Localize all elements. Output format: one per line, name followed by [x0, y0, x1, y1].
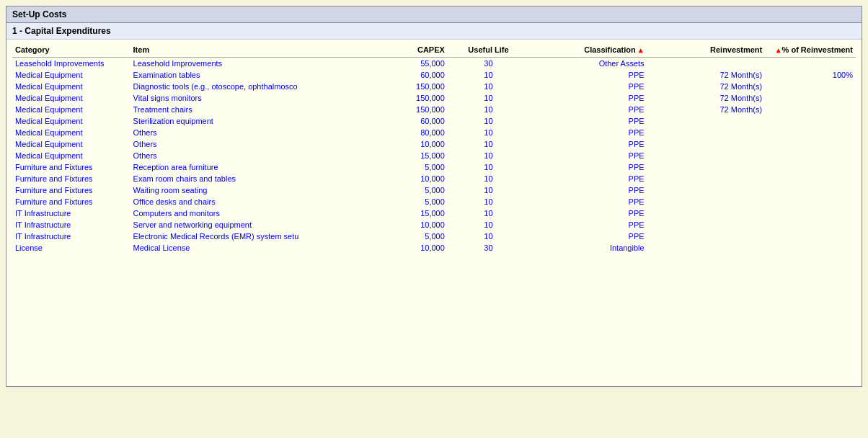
cell-item: Computers and monitors [130, 207, 366, 219]
cell-pct-reinvestment [765, 138, 856, 150]
cell-classification: PPE [529, 196, 647, 207]
capex-table: Category Item CAPEX Useful Life Classifi… [12, 43, 856, 254]
cell-category: Leasehold Improvements [12, 58, 130, 70]
cell-useful-life: 10 [448, 173, 529, 184]
cell-category: IT Infrastructure [12, 207, 130, 219]
cell-item: Exam room chairs and tables [130, 173, 366, 184]
cell-category: Furniture and Fixtures [12, 196, 130, 207]
classification-sort-icon[interactable]: ▲ [637, 46, 645, 54]
col-header-item: Item [130, 43, 366, 58]
cell-reinvestment [647, 184, 766, 196]
cell-capex: 5,000 [366, 196, 448, 207]
cell-category: License [12, 242, 130, 254]
cell-capex: 15,000 [366, 150, 448, 161]
col-header-pct-reinvestment: ▲% of Reinvestment [765, 43, 856, 58]
main-container: Set-Up Costs 1 - Capital Expenditures Ca… [6, 6, 862, 387]
cell-classification: PPE [529, 231, 647, 242]
table-row: Medical EquipmentSterilization equipment… [12, 115, 856, 127]
cell-pct-reinvestment [765, 115, 856, 127]
cell-pct-reinvestment [765, 127, 856, 138]
cell-pct-reinvestment [765, 92, 856, 104]
cell-item: Others [130, 138, 366, 150]
cell-useful-life: 10 [448, 104, 529, 115]
cell-capex: 10,000 [366, 173, 448, 184]
cell-pct-reinvestment [765, 196, 856, 207]
cell-item: Leasehold Improvements [130, 58, 366, 70]
cell-pct-reinvestment [765, 81, 856, 92]
col-header-category: Category [12, 43, 130, 58]
cell-reinvestment: 72 Month(s) [647, 81, 766, 92]
cell-classification: PPE [529, 81, 647, 92]
cell-pct-reinvestment [765, 161, 856, 173]
cell-reinvestment [647, 231, 766, 242]
cell-capex: 5,000 [366, 231, 448, 242]
cell-classification: PPE [529, 219, 647, 231]
cell-pct-reinvestment [765, 231, 856, 242]
cell-pct-reinvestment [765, 104, 856, 115]
table-row: Furniture and FixturesWaiting room seati… [12, 184, 856, 196]
cell-useful-life: 10 [448, 138, 529, 150]
cell-item: Diagnostic tools (e.g., otoscope, ophtha… [130, 81, 366, 92]
cell-useful-life: 10 [448, 115, 529, 127]
table-row: Furniture and FixturesReception area fur… [12, 161, 856, 173]
cell-capex: 150,000 [366, 92, 448, 104]
table-container: Category Item CAPEX Useful Life Classifi… [6, 40, 862, 386]
cell-reinvestment [647, 127, 766, 138]
cell-classification: PPE [529, 127, 647, 138]
empty-space [12, 254, 856, 383]
cell-reinvestment [647, 115, 766, 127]
cell-item: Reception area furniture [130, 161, 366, 173]
cell-pct-reinvestment [765, 58, 856, 70]
cell-useful-life: 10 [448, 92, 529, 104]
cell-classification: PPE [529, 115, 647, 127]
col-header-capex: CAPEX [366, 43, 448, 58]
cell-category: Furniture and Fixtures [12, 161, 130, 173]
table-row: Medical EquipmentOthers10,00010PPE [12, 138, 856, 150]
cell-category: IT Infrastructure [12, 231, 130, 242]
section-header: 1 - Capital Expenditures [6, 23, 862, 40]
cell-category: Medical Equipment [12, 104, 130, 115]
cell-pct-reinvestment [765, 219, 856, 231]
cell-item: Server and networking equipment [130, 219, 366, 231]
cell-pct-reinvestment [765, 150, 856, 161]
col-header-useful-life: Useful Life [448, 43, 529, 58]
table-row: Medical EquipmentTreatment chairs150,000… [12, 104, 856, 115]
cell-item: Others [130, 150, 366, 161]
cell-category: Medical Equipment [12, 150, 130, 161]
cell-useful-life: 10 [448, 69, 529, 81]
cell-classification: Intangible [529, 242, 647, 254]
cell-classification: PPE [529, 92, 647, 104]
cell-useful-life: 30 [448, 58, 529, 70]
cell-classification: PPE [529, 69, 647, 81]
table-row: Medical EquipmentOthers80,00010PPE [12, 127, 856, 138]
cell-classification: PPE [529, 150, 647, 161]
cell-item: Medical License [130, 242, 366, 254]
cell-item: Vital signs monitors [130, 92, 366, 104]
cell-classification: PPE [529, 138, 647, 150]
cell-reinvestment [647, 196, 766, 207]
cell-item: Electronic Medical Records (EMR) system … [130, 231, 366, 242]
cell-classification: PPE [529, 207, 647, 219]
cell-capex: 150,000 [366, 81, 448, 92]
section-label: 1 - Capital Expenditures [12, 26, 111, 36]
table-header-row: Category Item CAPEX Useful Life Classifi… [12, 43, 856, 58]
pct-sort-icon[interactable]: ▲ [775, 46, 782, 54]
cell-capex: 5,000 [366, 161, 448, 173]
cell-category: Medical Equipment [12, 92, 130, 104]
cell-reinvestment: 72 Month(s) [647, 104, 766, 115]
col-header-classification: Classification▲ [529, 43, 647, 58]
cell-category: Furniture and Fixtures [12, 184, 130, 196]
cell-item: Office desks and chairs [130, 196, 366, 207]
cell-item: Waiting room seating [130, 184, 366, 196]
cell-reinvestment [647, 138, 766, 150]
cell-capex: 10,000 [366, 242, 448, 254]
title-bar: Set-Up Costs [6, 6, 862, 23]
table-row: Medical EquipmentDiagnostic tools (e.g.,… [12, 81, 856, 92]
table-row: Leasehold ImprovementsLeasehold Improvem… [12, 58, 856, 70]
cell-capex: 10,000 [366, 219, 448, 231]
cell-item: Others [130, 127, 366, 138]
table-row: Medical EquipmentVital signs monitors150… [12, 92, 856, 104]
cell-capex: 80,000 [366, 127, 448, 138]
cell-pct-reinvestment: 100% [765, 69, 856, 81]
cell-pct-reinvestment [765, 173, 856, 184]
